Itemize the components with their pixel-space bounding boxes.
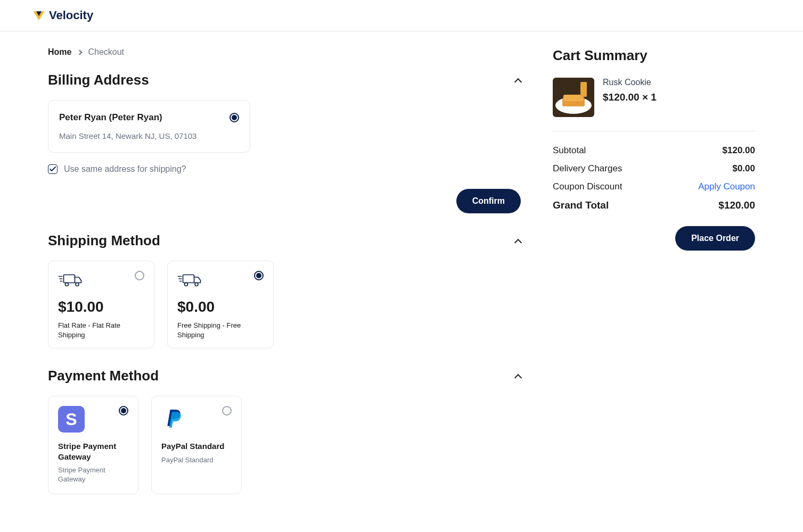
shipping-option-flat-rate[interactable]: $10.00 Flat Rate - Flat Rate Shipping	[48, 261, 154, 348]
delivery-label: Delivery Charges	[553, 163, 622, 174]
payment-paypal-radio[interactable]	[222, 406, 232, 415]
logo-mark-icon	[32, 9, 46, 22]
truck-icon	[177, 271, 203, 290]
truck-icon	[58, 271, 84, 290]
billing-address-radio[interactable]	[230, 113, 239, 122]
billing-address-card[interactable]: Peter Ryan (Peter Ryan) Main Street 14, …	[48, 100, 250, 153]
shipping-free-label: Free Shipping - Free Shipping	[177, 321, 264, 339]
breadcrumb: Home Checkout	[48, 47, 521, 57]
paypal-logo-icon	[161, 406, 188, 433]
top-header: Velocity	[0, 0, 803, 31]
svg-point-8	[195, 283, 198, 286]
cart-heading: Cart Summary	[553, 47, 755, 64]
confirm-button[interactable]: Confirm	[456, 189, 521, 213]
cart-item-image	[553, 78, 594, 117]
payment-heading: Payment Method	[48, 368, 159, 384]
shipping-heading: Shipping Method	[48, 232, 160, 249]
brand-logo[interactable]: Velocity	[32, 9, 93, 22]
payment-stripe-radio[interactable]	[119, 406, 128, 415]
grand-total-label: Grand Total	[553, 200, 609, 211]
delivery-value: $0.00	[732, 163, 755, 174]
svg-rect-16	[580, 82, 587, 97]
same-address-label: Use same address for shipping?	[64, 164, 186, 174]
payment-paypal-title: PayPal Standard	[161, 441, 232, 452]
billing-name: Peter Ryan (Peter Ryan)	[59, 112, 162, 123]
coupon-label: Coupon Discount	[553, 181, 622, 192]
subtotal-value: $120.00	[723, 145, 755, 156]
subtotal-label: Subtotal	[553, 145, 586, 156]
collapse-billing-icon[interactable]	[514, 78, 522, 85]
breadcrumb-home[interactable]: Home	[48, 47, 71, 57]
shipping-free-price: $0.00	[177, 298, 264, 315]
stripe-logo-icon: S	[58, 406, 85, 433]
place-order-button[interactable]: Place Order	[675, 226, 755, 251]
collapse-payment-icon[interactable]	[514, 374, 522, 381]
shipping-flat-radio[interactable]	[135, 271, 144, 280]
billing-address-text: Main Street 14, Newark NJ, US, 07103	[59, 131, 239, 140]
shipping-flat-label: Flat Rate - Flat Rate Shipping	[58, 321, 144, 339]
grand-total-value: $120.00	[718, 200, 755, 211]
breadcrumb-current: Checkout	[88, 47, 124, 57]
cart-item-price: $120.00 × 1	[603, 92, 657, 103]
shipping-flat-price: $10.00	[58, 298, 144, 315]
payment-paypal-sub: PayPal Standard	[161, 456, 232, 465]
cart-item-name[interactable]: Rusk Cookie	[603, 78, 657, 87]
svg-point-2	[76, 283, 79, 286]
chevron-right-icon	[77, 49, 83, 55]
collapse-shipping-icon[interactable]	[514, 238, 522, 246]
svg-rect-0	[64, 275, 75, 283]
payment-stripe-title: Stripe Payment Gateway	[58, 441, 128, 462]
cart-item: Rusk Cookie $120.00 × 1	[553, 78, 755, 131]
svg-rect-6	[183, 275, 194, 283]
svg-point-7	[185, 283, 188, 286]
shipping-free-radio[interactable]	[254, 271, 264, 280]
billing-heading: Billing Address	[48, 72, 149, 88]
payment-option-paypal[interactable]: PayPal Standard PayPal Standard	[151, 396, 242, 494]
shipping-option-free[interactable]: $0.00 Free Shipping - Free Shipping	[167, 261, 274, 348]
same-address-checkbox[interactable]	[48, 164, 58, 174]
payment-stripe-sub: Stripe Payment Gateway	[58, 466, 128, 484]
apply-coupon-link[interactable]: Apply Coupon	[698, 181, 755, 192]
svg-point-1	[65, 283, 69, 286]
payment-option-stripe[interactable]: S Stripe Payment Gateway Stripe Payment …	[48, 396, 138, 494]
brand-name: Velocity	[49, 9, 93, 22]
